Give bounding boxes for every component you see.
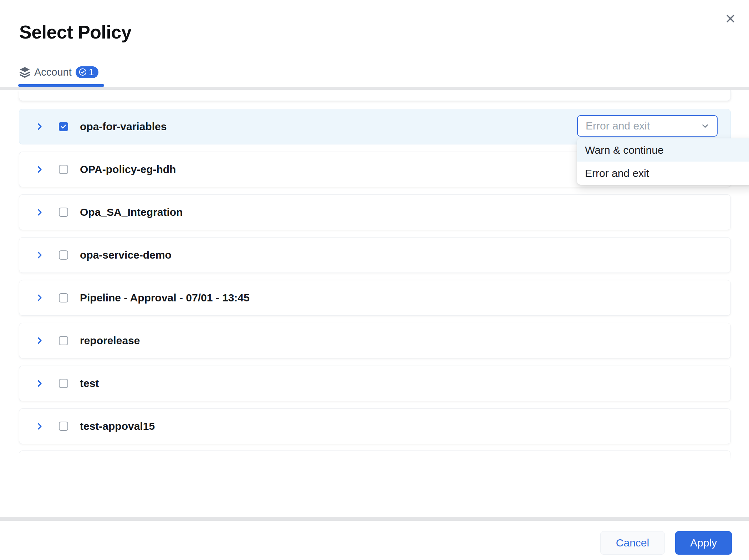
policy-checkbox[interactable]: [59, 379, 68, 388]
policy-checkbox[interactable]: [59, 336, 68, 345]
policy-name: test-appoval15: [80, 420, 155, 432]
expand-chevron-icon[interactable]: [35, 293, 44, 302]
tabs-divider: [0, 87, 749, 90]
policy-row[interactable]: reporelease: [19, 323, 731, 358]
close-icon: [725, 13, 736, 24]
policy-checkbox[interactable]: [59, 165, 68, 174]
cancel-button[interactable]: Cancel: [600, 531, 665, 555]
footer-divider: [0, 517, 749, 521]
expand-chevron-icon[interactable]: [35, 165, 44, 174]
selected-count: 1: [89, 67, 94, 78]
check-circle-icon: [79, 68, 87, 76]
policy-row[interactable]: test: [19, 366, 731, 401]
expand-chevron-icon[interactable]: [35, 336, 44, 345]
action-dropdown-menu: Warn & continue Error and exit: [577, 138, 749, 185]
expand-chevron-icon[interactable]: [35, 122, 44, 131]
policy-name: opa-service-demo: [80, 249, 172, 261]
expand-chevron-icon[interactable]: [35, 422, 44, 431]
select-value: Error and exit: [586, 120, 650, 132]
partial-card-top: [19, 90, 731, 101]
policy-name: Opa_SA_Integration: [80, 206, 183, 218]
policy-checkbox[interactable]: [59, 422, 68, 431]
policy-action-select[interactable]: Error and exit: [577, 115, 718, 137]
expand-chevron-icon[interactable]: [35, 208, 44, 217]
partial-card-bottom: [19, 450, 731, 460]
policy-checkbox[interactable]: [59, 208, 68, 217]
policy-name: opa-for-variables: [80, 121, 167, 133]
policy-name: Pipeline - Approval - 07/01 - 13:45: [80, 292, 250, 304]
menu-item-warn-and-continue[interactable]: Warn & continue: [577, 138, 749, 162]
expand-chevron-icon[interactable]: [35, 250, 44, 260]
policy-checkbox[interactable]: [59, 250, 68, 260]
policy-name: reporelease: [80, 335, 140, 347]
policy-row[interactable]: test-appoval15: [19, 408, 731, 444]
layers-icon: [19, 66, 30, 78]
tab-account-label: Account: [34, 66, 72, 78]
menu-item-error-and-exit[interactable]: Error and exit: [577, 162, 749, 185]
policy-row[interactable]: opa-service-demo: [19, 237, 731, 273]
page-title: Select Policy: [19, 21, 131, 43]
policy-checkbox[interactable]: [59, 293, 68, 302]
expand-chevron-icon[interactable]: [35, 379, 44, 388]
policy-row[interactable]: Opa_SA_Integration: [19, 194, 731, 230]
policy-checkbox[interactable]: [59, 122, 68, 131]
chevron-down-icon: [700, 121, 710, 131]
policy-name: OPA-policy-eg-hdh: [80, 163, 176, 175]
policy-row[interactable]: Pipeline - Approval - 07/01 - 13:45: [19, 280, 731, 316]
tab-account[interactable]: Account 1: [19, 65, 98, 79]
close-button[interactable]: [723, 11, 738, 26]
selected-count-badge: 1: [76, 66, 98, 78]
policy-name: test: [80, 377, 99, 390]
active-tab-indicator: [18, 84, 104, 87]
apply-button[interactable]: Apply: [675, 531, 732, 555]
